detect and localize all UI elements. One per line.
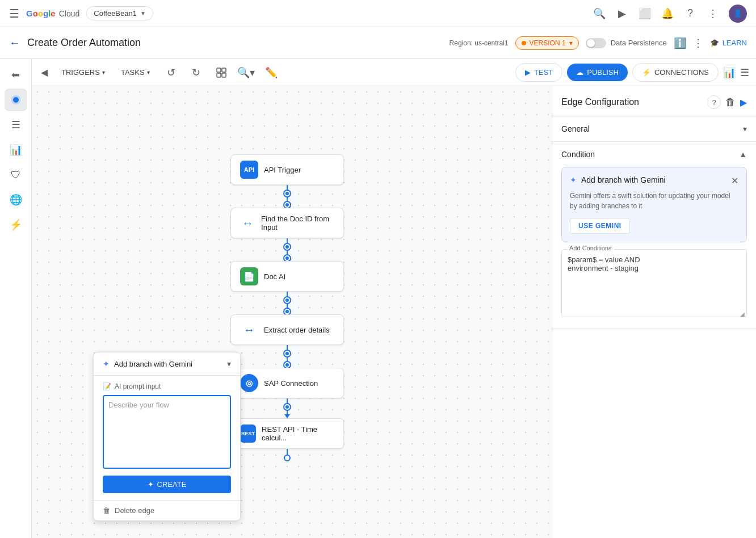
project-dropdown-arrow: ▼: [140, 10, 146, 16]
rest-bottom-connector: [284, 449, 291, 461]
svg-rect-2: [217, 68, 221, 72]
node-sap-connection[interactable]: ◎ SAP Connection: [230, 368, 344, 398]
sidebar-icon-list[interactable]: ☰: [5, 114, 27, 136]
trash-icon: 🗑: [103, 506, 110, 515]
sidebar-icon-chart[interactable]: 📊: [5, 138, 27, 161]
sidebar-icon-api[interactable]: ⚡: [5, 213, 27, 236]
condition-body: ✦ Add branch with Gemini ✕ Gemini offers…: [552, 167, 756, 329]
tasks-label: TASKS: [121, 68, 145, 77]
canvas-wrapper: API API Trigger ↔ Find the Doc ID from I…: [32, 86, 756, 538]
terminal-icon[interactable]: ▶: [615, 7, 629, 20]
left-sidebar: ⬅ ☰ 📊 🛡 🌐 ⚡: [0, 59, 32, 538]
workflow-nodes: API API Trigger ↔ Find the Doc ID from I…: [230, 154, 344, 461]
version-badge[interactable]: VERSION 1 ▾: [515, 36, 579, 50]
ai-input-icon: 📝: [103, 383, 111, 390]
gemini-card-close-button[interactable]: ✕: [731, 175, 738, 186]
triggers-button[interactable]: TRIGGERS ▾: [54, 65, 112, 80]
svg-point-1: [13, 97, 19, 103]
doc-ai-label: Doc AI: [264, 272, 285, 281]
connector-1: [284, 185, 290, 208]
connections-label: CONNECTIONS: [654, 68, 709, 77]
sidebar-collapse-button[interactable]: ◀: [39, 65, 50, 80]
gemini-card-title-text: Add branch with Gemini: [581, 175, 666, 184]
cloud-icon[interactable]: ⬜: [638, 7, 652, 20]
create-button[interactable]: ✦ CREATE: [103, 476, 231, 493]
find-doc-label: Find the Doc ID from Input: [261, 215, 334, 232]
workflow-canvas[interactable]: API API Trigger ↔ Find the Doc ID from I…: [32, 86, 552, 538]
connector-4: [284, 345, 290, 368]
hamburger-menu-icon[interactable]: ☰: [9, 7, 19, 20]
connections-button[interactable]: ⚡ CONNECTIONS: [632, 63, 719, 82]
floating-panel-expand-icon[interactable]: ▾: [227, 359, 231, 368]
toggle-thumb: [587, 39, 595, 47]
triggers-dropdown-icon: ▾: [102, 69, 105, 75]
view-menu-icon[interactable]: ☰: [740, 66, 749, 79]
doc-ai-icon: 📄: [240, 267, 258, 285]
toggle-switch[interactable]: [586, 38, 606, 48]
tasks-dropdown-icon: ▾: [147, 69, 150, 75]
publish-label: PUBLISH: [587, 68, 619, 77]
back-button[interactable]: ←: [9, 36, 20, 49]
info-button[interactable]: ℹ️: [674, 37, 686, 49]
add-conditions-container: Add Conditions $param$ = value AND envir…: [561, 249, 747, 320]
test-button[interactable]: ▶ TEST: [515, 63, 562, 82]
floating-panel-body: 📝 AI prompt input ✦ CREATE: [94, 376, 240, 500]
tasks-button[interactable]: TASKS ▾: [114, 65, 157, 80]
more-options-icon[interactable]: ⋮: [706, 7, 720, 20]
data-persistence-toggle[interactable]: Data Persistence: [586, 38, 667, 48]
conditions-textarea[interactable]: $param$ = value AND environment - stagin…: [561, 249, 747, 317]
condition-section: Condition ▲ ✦ Add branch with Gemini ✕: [552, 142, 756, 329]
sap-connection-label: SAP Connection: [264, 379, 318, 388]
panel-help-icon[interactable]: ?: [707, 95, 721, 109]
project-selector[interactable]: CoffeeBean1 ▼: [86, 6, 153, 20]
node-rest-api[interactable]: REST REST API - Time calcul...: [230, 418, 344, 449]
delete-edge-button[interactable]: 🗑 Delete edge: [94, 500, 240, 520]
zoom-button[interactable]: 🔍▾: [236, 62, 257, 83]
sap-connection-icon: ◎: [240, 374, 258, 392]
use-gemini-button[interactable]: USE GEMINI: [570, 218, 630, 234]
api-trigger-label: API Trigger: [264, 166, 301, 174]
resize-handle-icon: ◢: [740, 311, 745, 317]
panel-collapse-icon[interactable]: ▶: [740, 97, 747, 108]
ai-prompt-textarea[interactable]: [103, 395, 231, 469]
bell-icon[interactable]: 🔔: [661, 7, 674, 20]
node-doc-ai[interactable]: 📄 Doc AI: [230, 261, 344, 292]
delete-edge-label: Delete edge: [115, 506, 154, 515]
node-api-trigger[interactable]: API API Trigger: [230, 154, 344, 185]
ai-input-label-text: AI prompt input: [115, 383, 161, 390]
floating-panel-header[interactable]: ✦ Add branch with Gemini ▾: [94, 352, 240, 376]
connections-icon: ⚡: [642, 68, 651, 77]
node-extract-order[interactable]: ↔ Extract order details: [230, 314, 344, 345]
condition-accordion-header[interactable]: Condition ▲: [552, 142, 756, 167]
gemini-suggestion-card: ✦ Add branch with Gemini ✕ Gemini offers…: [561, 167, 747, 242]
sidebar-icon-shield[interactable]: 🛡: [5, 163, 27, 186]
sidebar-icon-home[interactable]: ⬅: [5, 64, 27, 86]
analytics-icon[interactable]: 📊: [723, 66, 736, 79]
fit-view-button[interactable]: [211, 62, 232, 83]
learn-button[interactable]: 🎓 LEARN: [710, 39, 747, 47]
help-icon[interactable]: ?: [683, 7, 697, 20]
node-find-doc[interactable]: ↔ Find the Doc ID from Input: [230, 208, 344, 238]
user-avatar[interactable]: 👤: [729, 5, 747, 23]
redo-button[interactable]: ↻: [186, 62, 207, 83]
panel-title: Edge Configuration: [561, 97, 639, 107]
search-icon[interactable]: 🔍: [593, 7, 606, 20]
more-menu-button[interactable]: ⋮: [693, 37, 703, 49]
gemini-card-star-icon: ✦: [570, 175, 577, 184]
sidebar-icon-globe[interactable]: 🌐: [5, 188, 27, 211]
general-label: General: [561, 124, 590, 133]
sidebar-icon-workflow[interactable]: [5, 89, 27, 111]
general-accordion-header[interactable]: General ▾: [552, 116, 756, 141]
publish-button[interactable]: ☁ PUBLISH: [567, 64, 628, 81]
floating-panel-title-text: Add branch with Gemini: [114, 360, 192, 368]
floating-panel-title: ✦ Add branch with Gemini: [103, 359, 192, 368]
undo-button[interactable]: ↺: [161, 62, 182, 83]
google-cloud-logo: Google Cloud: [26, 9, 79, 18]
region-label: Region: us-central1: [450, 39, 509, 47]
svg-rect-5: [222, 73, 226, 77]
gemini-card-header: ✦ Add branch with Gemini ✕: [570, 175, 738, 186]
test-label: TEST: [534, 68, 553, 77]
connector-3: [284, 292, 290, 314]
brush-tool-button[interactable]: ✏️: [261, 62, 282, 83]
panel-delete-icon[interactable]: 🗑: [725, 96, 736, 108]
